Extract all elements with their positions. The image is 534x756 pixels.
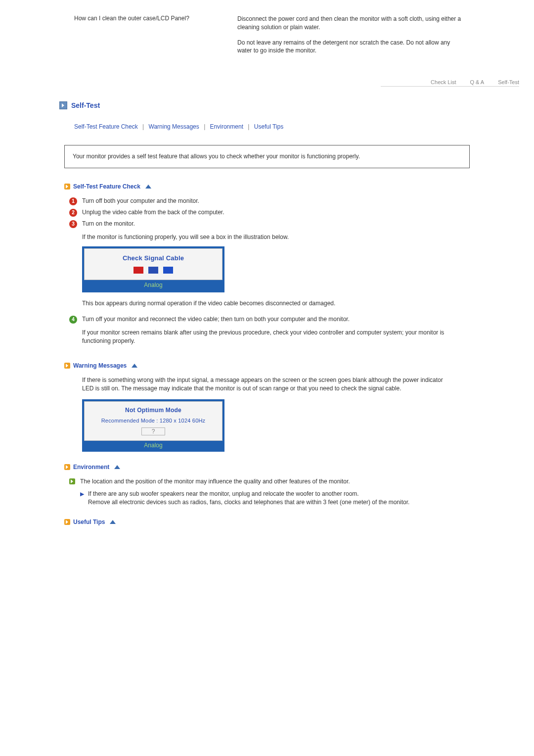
step-number-icon: 2 xyxy=(69,209,77,217)
osd-question-box: ? xyxy=(141,427,166,435)
osd-line: Not Optimum Mode xyxy=(89,407,217,414)
step-text: Unplug the video cable from the back of … xyxy=(82,208,455,217)
qa-question: How can I clean the outer case/LCD Panel… xyxy=(59,15,237,22)
arrow-bullet-icon: ▶ xyxy=(80,490,84,498)
osd-mode: Analog xyxy=(84,280,222,290)
osd-title: Check Signal Cable xyxy=(89,254,217,263)
up-triangle-icon[interactable] xyxy=(114,465,120,469)
up-triangle-icon[interactable] xyxy=(145,185,151,189)
section-title-text: Self-Test xyxy=(71,101,100,109)
arrow-box-icon xyxy=(64,184,70,189)
step-body: Turn off your monitor and reconnect the … xyxy=(82,315,455,350)
tab-nav: Check List Q & A Self-Test xyxy=(381,77,519,87)
step-number-icon: 3 xyxy=(69,220,77,228)
step-text: If your monitor screen remains blank aft… xyxy=(82,329,455,345)
step-item: 3 Turn on the monitor. If the monitor is… xyxy=(69,220,455,312)
env-sub-text: If there are any sub woofer speakers nea… xyxy=(88,490,359,497)
env-text: The location and the position of the mon… xyxy=(80,478,350,485)
arrow-box-icon xyxy=(64,363,70,369)
warning-paragraph: If there is something wrong with the inp… xyxy=(59,376,475,393)
up-triangle-icon[interactable] xyxy=(132,364,137,368)
subhead-text: Environment xyxy=(73,464,109,471)
section-title: Self-Test xyxy=(59,101,475,109)
anchor-useful-tips[interactable]: Useful Tips xyxy=(254,123,283,130)
sub-bullet: ▶ If there are any sub woofer speakers n… xyxy=(80,490,409,507)
env-list: The location and the position of the mon… xyxy=(59,477,475,506)
step-item: 1 Turn off both your computer and the mo… xyxy=(69,197,455,205)
separator: | xyxy=(201,123,208,130)
up-triangle-icon[interactable] xyxy=(110,520,116,524)
tab-checklist[interactable]: Check List xyxy=(431,79,456,85)
step-text: Turn off both your computer and the moni… xyxy=(82,197,455,205)
osd-inner: Not Optimum Mode Recommended Mode : 1280… xyxy=(84,401,222,441)
blue-square-icon xyxy=(148,267,158,274)
subhead-warning: Warning Messages xyxy=(64,362,475,369)
step-number-icon: 4 xyxy=(69,316,77,324)
qa-answer: Disconnect the power cord and then clean… xyxy=(237,15,475,62)
subhead-environment: Environment xyxy=(64,464,475,471)
red-square-icon xyxy=(134,267,143,274)
qa-answer-para: Disconnect the power cord and then clean… xyxy=(237,15,465,32)
osd-check-signal: Check Signal Cable Analog xyxy=(82,246,224,292)
intro-box: Your monitor provides a self test featur… xyxy=(64,145,470,168)
step-item: 2 Unplug the video cable from the back o… xyxy=(69,208,455,217)
subhead-stfc: Self-Test Feature Check xyxy=(64,183,475,190)
anchor-environment[interactable]: Environment xyxy=(210,123,243,130)
tab-qna[interactable]: Q & A xyxy=(470,79,484,85)
step-item: 4 Turn off your monitor and reconnect th… xyxy=(69,315,455,350)
arrow-box-icon xyxy=(59,101,67,109)
step-text: If the monitor is functioning properly, … xyxy=(82,233,455,241)
subhead-text: Useful Tips xyxy=(73,519,105,525)
anchor-links: Self-Test Feature Check | Warning Messag… xyxy=(59,123,475,130)
step-text: This box appears during normal operation… xyxy=(82,299,455,308)
step-number-icon: 1 xyxy=(69,197,77,205)
qa-answer-para: Do not leave any remains of the detergen… xyxy=(237,39,465,55)
step-text: Turn off your monitor and reconnect the … xyxy=(82,315,455,324)
sub-body: If there are any sub woofer speakers nea… xyxy=(88,490,409,507)
list-item: The location and the position of the mon… xyxy=(69,477,455,506)
tab-selftest[interactable]: Self-Test xyxy=(498,79,519,85)
osd-mode: Analog xyxy=(84,441,222,450)
arrow-box-icon xyxy=(64,519,70,525)
subhead-text: Self-Test Feature Check xyxy=(73,183,140,190)
blue-square-icon xyxy=(163,267,173,274)
step-text: Turn on the monitor. xyxy=(82,220,455,228)
osd-inner: Check Signal Cable xyxy=(84,248,222,280)
step-list: 1 Turn off both your computer and the mo… xyxy=(59,197,475,350)
anchor-warning-messages[interactable]: Warning Messages xyxy=(149,123,199,130)
osd-line: Recommended Mode : 1280 x 1024 60Hz xyxy=(89,418,217,424)
color-squares xyxy=(89,267,217,274)
bullet-icon xyxy=(69,478,75,484)
subhead-text: Warning Messages xyxy=(73,362,127,369)
osd-not-optimum: Not Optimum Mode Recommended Mode : 1280… xyxy=(82,399,224,452)
arrow-box-icon xyxy=(64,464,70,470)
env-sub-text: Remove all electronic devices such as ra… xyxy=(88,499,409,506)
anchor-selftest-feature-check[interactable]: Self-Test Feature Check xyxy=(74,123,138,130)
separator: | xyxy=(139,123,147,130)
subhead-useful-tips: Useful Tips xyxy=(64,519,475,525)
list-body: The location and the position of the mon… xyxy=(80,477,409,506)
separator: | xyxy=(245,123,252,130)
step-body: Turn on the monitor. If the monitor is f… xyxy=(82,220,455,312)
qa-row: How can I clean the outer case/LCD Panel… xyxy=(59,15,475,62)
